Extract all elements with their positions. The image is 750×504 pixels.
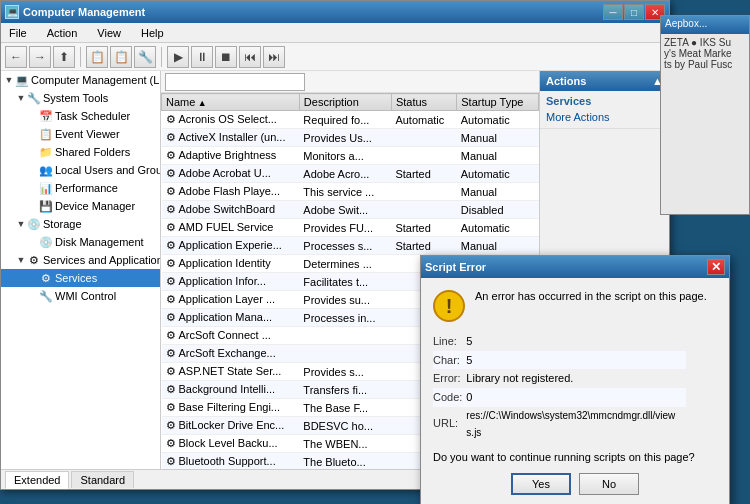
tree-disk-mgmt[interactable]: 💿 Disk Management (1, 233, 160, 251)
toolbar-copy2[interactable]: 📋 (110, 46, 132, 68)
menu-file[interactable]: File (5, 26, 31, 40)
dialog-yes-button[interactable]: Yes (511, 473, 571, 495)
service-icon: ⚙ (166, 455, 176, 467)
tree-local-users[interactable]: 👥 Local Users and Groups (1, 161, 160, 179)
toolbar-sep2 (161, 47, 162, 67)
bg-line-1: ZETA ● IKS Su (664, 37, 746, 48)
tab-standard[interactable]: Standard (71, 471, 134, 488)
expand-icon: ▼ (3, 74, 15, 86)
table-row[interactable]: ⚙Application Experie...Processes s...Sta… (162, 237, 539, 255)
minimize-button[interactable]: ─ (603, 4, 623, 20)
menu-help[interactable]: Help (137, 26, 168, 40)
script-error-dialog: Script Error ✕ ! An error has occurred i… (420, 255, 730, 504)
tree-storage-label: Storage (43, 218, 82, 230)
toolbar-back[interactable]: ← (5, 46, 27, 68)
tree-performance[interactable]: 📊 Performance (1, 179, 160, 197)
tab-extended[interactable]: Extended (5, 471, 69, 489)
tree-wmi[interactable]: 🔧 WMI Control (1, 287, 160, 305)
table-row[interactable]: ⚙Adobe SwitchBoardAdobe Swit...Disabled (162, 201, 539, 219)
tree-event-viewer[interactable]: 📋 Event Viewer (1, 125, 160, 143)
service-icon: ⚙ (166, 347, 176, 359)
line-value: 5 (466, 332, 686, 351)
table-row[interactable]: ⚙Adobe Acrobat U...Adobe Acro...StartedA… (162, 165, 539, 183)
maximize-button[interactable]: □ (624, 4, 644, 20)
expand-icon: ▼ (15, 92, 27, 104)
tree-services[interactable]: ⚙ Services (1, 269, 160, 287)
col-startup[interactable]: Startup Type (457, 94, 539, 111)
folder-icon: 📁 (39, 145, 53, 159)
tree-services-apps[interactable]: ▼ ⚙ Services and Applications (1, 251, 160, 269)
warning-icon: ! (433, 290, 465, 322)
toolbar-stop[interactable]: ⏹ (215, 46, 237, 68)
service-icon: ⚙ (166, 203, 176, 215)
tree-svc-apps-label: Services and Applications (43, 254, 160, 266)
service-icon: ⚙ (166, 149, 176, 161)
tree-task-scheduler[interactable]: 📅 Task Scheduler (1, 107, 160, 125)
service-icon: ⚙ (166, 383, 176, 395)
actions-section-services: Services More Actions (540, 91, 669, 129)
col-description[interactable]: Description (299, 94, 391, 111)
storage-icon: 💿 (27, 217, 41, 231)
tree-device-manager[interactable]: 💾 Device Manager (1, 197, 160, 215)
filter-input[interactable] (165, 73, 305, 91)
toolbar-copy1[interactable]: 📋 (86, 46, 108, 68)
computer-icon: 💻 (15, 73, 29, 87)
col-name[interactable]: Name (162, 94, 300, 111)
toolbar-up[interactable]: ⬆ (53, 46, 75, 68)
url-value: res://C:\Windows\system32\mmcndmgr.dll/v… (466, 407, 686, 441)
expand-icon (27, 182, 39, 194)
toolbar-settings[interactable]: 🔧 (134, 46, 156, 68)
table-row[interactable]: ⚙ActiveX Installer (un...Provides Us...M… (162, 129, 539, 147)
tree-storage[interactable]: ▼ 💿 Storage (1, 215, 160, 233)
expand-icon (27, 146, 39, 158)
bg-window: Aepbox... ZETA ● IKS Su y's Meat Marke t… (660, 15, 750, 215)
toolbar-pause[interactable]: ⏸ (191, 46, 213, 68)
table-row[interactable]: ⚙Acronis OS Select...Required fo...Autom… (162, 111, 539, 129)
expand-icon (27, 200, 39, 212)
tree-task-label: Task Scheduler (55, 110, 130, 122)
title-bar-left: 💻 Computer Management (5, 5, 145, 19)
wmi-icon: 🔧 (39, 289, 53, 303)
menu-view[interactable]: View (93, 26, 125, 40)
title-bar-buttons: ─ □ ✕ (603, 4, 665, 20)
dialog-title: Script Error (425, 261, 486, 273)
actions-title: Actions (546, 75, 586, 87)
dialog-buttons: Yes No (433, 473, 717, 495)
toolbar-play[interactable]: ▶ (167, 46, 189, 68)
actions-header: Actions ▲ (540, 71, 669, 91)
service-icon: ⚙ (166, 437, 176, 449)
calendar-icon: 📅 (39, 109, 53, 123)
table-row[interactable]: ⚙Adaptive BrightnessMonitors a...Manual (162, 147, 539, 165)
col-status[interactable]: Status (391, 94, 456, 111)
disk-icon: 💿 (39, 235, 53, 249)
tree-system-tools[interactable]: ▼ 🔧 System Tools (1, 89, 160, 107)
tree-shared-folders[interactable]: 📁 Shared Folders (1, 143, 160, 161)
table-row[interactable]: ⚙Adobe Flash Playe...This service ...Man… (162, 183, 539, 201)
tree-root-label: Computer Management (Local (31, 74, 160, 86)
expand-icon (27, 164, 39, 176)
service-icon: ⚙ (166, 401, 176, 413)
services-apps-icon: ⚙ (27, 253, 41, 267)
bg-window-title: Aepbox... (661, 16, 749, 34)
dialog-close-button[interactable]: ✕ (707, 259, 725, 275)
service-icon: ⚙ (166, 221, 176, 233)
toolbar-forward[interactable]: → (29, 46, 51, 68)
toolbar-sep1 (80, 47, 81, 67)
left-pane: ▼ 💻 Computer Management (Local ▼ 🔧 Syste… (1, 71, 161, 469)
toolbar-rewind[interactable]: ⏮ (239, 46, 261, 68)
tree-users-label: Local Users and Groups (55, 164, 160, 176)
more-actions-link[interactable]: More Actions (546, 110, 663, 124)
char-label: Char: (433, 351, 466, 370)
bg-line-2: y's Meat Marke (664, 48, 746, 59)
service-icon: ⚙ (166, 311, 176, 323)
dialog-title-bar: Script Error ✕ (421, 256, 729, 278)
tree-event-label: Event Viewer (55, 128, 120, 140)
tree-root[interactable]: ▼ 💻 Computer Management (Local (1, 71, 160, 89)
table-row[interactable]: ⚙AMD FUEL ServiceProvides FU...StartedAu… (162, 219, 539, 237)
dialog-question: Do you want to continue running scripts … (433, 451, 717, 463)
toolbar-ffwd[interactable]: ⏭ (263, 46, 285, 68)
dialog-no-button[interactable]: No (579, 473, 639, 495)
menu-action[interactable]: Action (43, 26, 82, 40)
tree-shared-label: Shared Folders (55, 146, 130, 158)
title-bar: 💻 Computer Management ─ □ ✕ (1, 1, 669, 23)
